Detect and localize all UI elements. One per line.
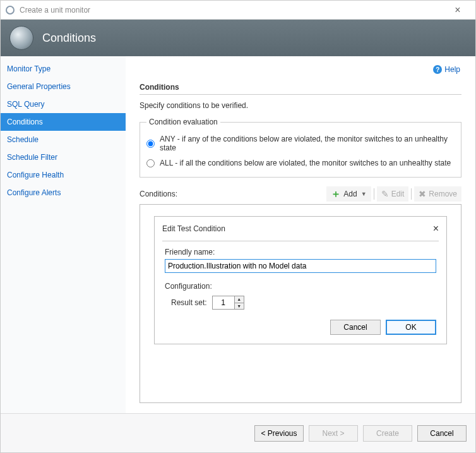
- plus-icon: ＋: [331, 189, 341, 199]
- divider: [140, 94, 461, 95]
- sidebar-item-monitor-type[interactable]: Monitor Type: [1, 60, 126, 78]
- result-set-stepper[interactable]: ▲ ▼: [212, 296, 244, 310]
- sidebar-item-general-properties[interactable]: General Properties: [1, 78, 126, 95]
- dialog-ok-button[interactable]: OK: [386, 320, 436, 335]
- separator: [411, 188, 412, 200]
- banner-orb-icon: [9, 26, 33, 50]
- sidebar-item-sql-query[interactable]: SQL Query: [1, 95, 126, 113]
- separator: [374, 188, 374, 200]
- sidebar: Monitor Type General Properties SQL Quer…: [1, 56, 126, 413]
- conditions-list-panel: Edit Test Condition × Friendly name: Con…: [140, 204, 461, 403]
- help-link[interactable]: ? Help: [433, 65, 460, 74]
- spin-down-icon[interactable]: ▼: [235, 303, 244, 310]
- radio-all-label: ALL - if all the conditions below are vi…: [160, 159, 451, 167]
- dialog-title: Edit Test Condition: [162, 224, 433, 233]
- x-icon: ✖: [419, 189, 426, 199]
- condition-evaluation-fieldset: Condition evaluation ANY - if any of the…: [140, 118, 461, 178]
- radio-any-label: ANY - if any of the conditions below are…: [160, 135, 455, 152]
- edit-condition-dialog: Edit Test Condition × Friendly name: Con…: [154, 216, 447, 344]
- radio-any[interactable]: [146, 140, 155, 148]
- sidebar-item-conditions[interactable]: Conditions: [1, 113, 126, 131]
- help-icon: ?: [433, 65, 442, 74]
- next-button[interactable]: Next >: [309, 425, 358, 442]
- cancel-button[interactable]: Cancel: [417, 425, 467, 442]
- add-label: Add: [343, 190, 357, 198]
- result-set-label: Result set:: [171, 298, 207, 307]
- banner-title: Conditions: [42, 32, 96, 45]
- app-icon: [6, 6, 15, 15]
- sidebar-item-schedule-filter[interactable]: Schedule Filter: [1, 148, 126, 166]
- dialog-close-icon[interactable]: ×: [433, 223, 439, 234]
- titlebar: Create a unit monitor ×: [1, 1, 475, 20]
- wizard-footer: < Previous Next > Create Cancel: [1, 413, 475, 452]
- result-set-input[interactable]: [213, 296, 234, 309]
- create-button[interactable]: Create: [363, 425, 412, 442]
- sidebar-item-schedule[interactable]: Schedule: [1, 131, 126, 148]
- radio-all[interactable]: [146, 159, 155, 167]
- pencil-icon: ✎: [381, 189, 389, 199]
- edit-label: Edit: [391, 190, 405, 198]
- dialog-cancel-button[interactable]: Cancel: [330, 320, 381, 335]
- friendly-name-input[interactable]: [165, 259, 436, 273]
- help-label: Help: [444, 65, 460, 74]
- radio-all-row[interactable]: ALL - if all the conditions below are vi…: [146, 155, 455, 171]
- configuration-label: Configuration:: [165, 282, 436, 291]
- chevron-down-icon: ▼: [361, 191, 367, 197]
- radio-any-row[interactable]: ANY - if any of the conditions below are…: [146, 131, 455, 155]
- window-title: Create a unit monitor: [20, 6, 445, 15]
- section-title: Conditions: [140, 83, 461, 92]
- sidebar-item-configure-alerts[interactable]: Configure Alerts: [1, 184, 126, 202]
- sidebar-item-configure-health[interactable]: Configure Health: [1, 166, 126, 184]
- conditions-label: Conditions:: [140, 190, 177, 198]
- remove-button[interactable]: ✖ Remove: [414, 186, 461, 202]
- edit-button[interactable]: ✎ Edit: [377, 186, 409, 202]
- add-button[interactable]: ＋ Add ▼: [326, 186, 371, 202]
- close-icon[interactable]: ×: [445, 4, 470, 16]
- previous-button[interactable]: < Previous: [254, 425, 304, 442]
- banner: Conditions: [1, 20, 475, 56]
- spin-up-icon[interactable]: ▲: [235, 296, 244, 303]
- remove-label: Remove: [429, 190, 457, 198]
- fieldset-legend: Condition evaluation: [146, 118, 220, 126]
- content-pane: ? Help Conditions Specify conditions to …: [126, 56, 475, 413]
- conditions-toolbar: Conditions: ＋ Add ▼ ✎ Edit ✖ Remove: [140, 186, 461, 202]
- section-description: Specify conditions to be verified.: [140, 101, 461, 110]
- friendly-name-label: Friendly name:: [165, 248, 436, 257]
